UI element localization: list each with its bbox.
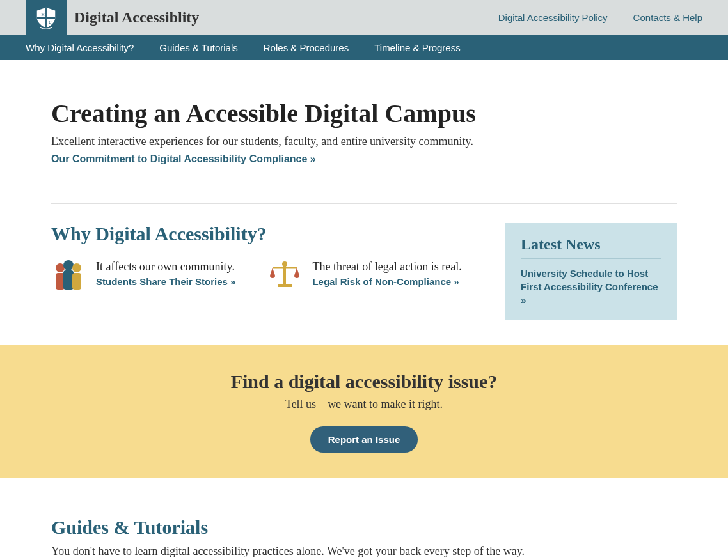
- nav-timeline[interactable]: Timeline & Progress: [374, 42, 461, 53]
- news-link[interactable]: University Schedule to Host First Access…: [521, 268, 658, 306]
- svg-rect-5: [56, 273, 65, 290]
- news-heading: Latest News: [521, 236, 661, 259]
- svg-text:H: H: [41, 12, 45, 17]
- reason-title: It affects our own community.: [96, 260, 235, 274]
- people-icon: [51, 260, 86, 290]
- report-issue-button[interactable]: Report an Issue: [310, 426, 418, 453]
- why-section: Why Digital Accessibility?: [51, 223, 480, 320]
- reason-title: The threat of legal action is real.: [312, 260, 461, 274]
- guides-section: Guides & Tutorials You don't have to lea…: [51, 478, 677, 560]
- commitment-link[interactable]: Our Commitment to Digital Accessibility …: [51, 153, 316, 164]
- divider: [51, 203, 677, 204]
- university-logo-icon: H U: [26, 0, 67, 35]
- why-heading: Why Digital Accessibility?: [51, 223, 480, 245]
- nav-roles[interactable]: Roles & Procedures: [264, 42, 349, 53]
- svg-point-2: [56, 263, 65, 272]
- reason-link-stories[interactable]: Students Share Their Stories »: [96, 276, 235, 287]
- svg-rect-9: [278, 284, 292, 287]
- hero: Creating an Accessible Digital Campus Ex…: [51, 60, 677, 184]
- reason-legal: The threat of legal action is real. Lega…: [267, 260, 461, 290]
- nav-guides[interactable]: Guides & Tutorials: [159, 42, 238, 53]
- report-issue-banner: Find a digital accessibility issue? Tell…: [0, 345, 728, 478]
- link-contacts-help[interactable]: Contacts & Help: [633, 12, 702, 23]
- issue-subtitle: Tell us—we want to make it right.: [0, 398, 728, 411]
- svg-point-11: [282, 261, 287, 267]
- latest-news: Latest News University Schedule to Host …: [505, 223, 677, 320]
- svg-text:U: U: [49, 19, 52, 24]
- site-title: Digital Accessiblity: [74, 9, 199, 26]
- svg-point-3: [63, 260, 74, 270]
- guides-heading: Guides & Tutorials: [51, 517, 677, 538]
- guides-subtitle: You don't have to learn digital accessib…: [51, 545, 677, 558]
- issue-heading: Find a digital accessibility issue?: [0, 371, 728, 393]
- svg-rect-6: [63, 270, 74, 290]
- reason-community: It affects our own community. Students S…: [51, 260, 235, 290]
- brand: H U Digital Accessiblity: [26, 0, 199, 35]
- scales-icon: [267, 260, 302, 290]
- topbar: H U Digital Accessiblity Digital Accessi…: [0, 0, 728, 35]
- reason-link-legal[interactable]: Legal Risk of Non-Compliance »: [312, 276, 459, 287]
- top-links: Digital Accessibility Policy Contacts & …: [498, 12, 702, 23]
- link-policy[interactable]: Digital Accessibility Policy: [498, 12, 608, 23]
- svg-rect-7: [72, 273, 81, 290]
- hero-subtitle: Excellent interactive experiences for ou…: [51, 135, 677, 148]
- nav-why[interactable]: Why Digital Accessibility?: [26, 42, 134, 53]
- navbar: Why Digital Accessibility? Guides & Tuto…: [0, 35, 728, 60]
- svg-point-4: [72, 263, 81, 272]
- page-title: Creating an Accessible Digital Campus: [51, 98, 677, 128]
